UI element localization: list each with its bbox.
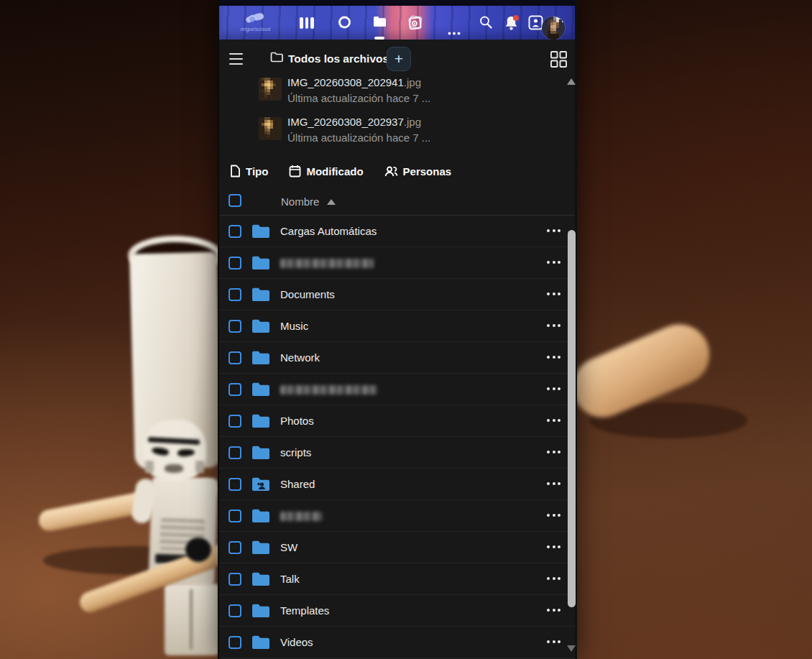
file-name[interactable]: Music xyxy=(280,320,308,332)
avatar-pixelated-photo xyxy=(542,17,565,40)
scrollbar-thumb[interactable] xyxy=(568,230,576,607)
user-avatar[interactable] xyxy=(542,17,565,40)
row-checkbox[interactable] xyxy=(229,320,241,333)
row-checkbox[interactable] xyxy=(229,510,241,522)
table-row[interactable]: SW xyxy=(219,532,575,563)
table-row[interactable]: Cargas Automáticas xyxy=(219,216,575,247)
cloud-logo-icon xyxy=(243,10,267,24)
new-file-button[interactable]: + xyxy=(387,47,411,71)
recent-file-meta: Última actualización hace 7 ... xyxy=(287,132,430,144)
row-checkbox[interactable] xyxy=(229,225,241,238)
folder-icon xyxy=(252,540,270,556)
screenshot-stage: miguelscloud xyxy=(0,0,812,659)
row-actions-button[interactable] xyxy=(547,387,560,390)
folder-icon xyxy=(252,382,270,397)
row-checkbox[interactable] xyxy=(229,573,241,586)
instance-name: miguelscloud xyxy=(241,27,269,32)
search-icon[interactable] xyxy=(479,15,493,32)
row-actions-button[interactable] xyxy=(547,229,560,232)
hamburger-menu-icon[interactable] xyxy=(229,53,243,68)
row-actions-button[interactable] xyxy=(547,261,560,264)
table-row[interactable]: scripts xyxy=(219,437,575,469)
stormtrooper-hand xyxy=(185,538,211,562)
shared-folder-icon xyxy=(252,476,270,492)
stormtrooper-helmet xyxy=(143,420,206,481)
row-actions-button[interactable] xyxy=(547,482,560,485)
breadcrumb[interactable]: Todos los archivos xyxy=(288,52,389,65)
files-icon[interactable] xyxy=(373,16,387,30)
file-name[interactable]: Cargas Automáticas xyxy=(280,225,377,237)
select-all-checkbox[interactable] xyxy=(229,194,241,207)
row-actions-button[interactable] xyxy=(547,356,560,359)
row-checkbox[interactable] xyxy=(229,383,241,396)
filter-modified[interactable]: Modificado xyxy=(289,165,363,178)
file-name[interactable]: Videos xyxy=(280,636,313,648)
row-actions-button[interactable] xyxy=(547,577,560,580)
table-row[interactable]: Network xyxy=(219,342,575,374)
table-row[interactable] xyxy=(219,374,575,405)
name-column-header[interactable]: Nombre xyxy=(281,195,319,208)
image-thumbnail xyxy=(259,78,282,101)
row-actions-button[interactable] xyxy=(547,324,560,327)
row-checkbox[interactable] xyxy=(229,351,241,364)
scrollbar-up-arrow[interactable] xyxy=(567,78,576,85)
row-checkbox[interactable] xyxy=(229,541,241,554)
recent-file-entry[interactable]: IMG_20260308_202937.jpg Última actualiza… xyxy=(219,117,575,155)
redacted-file-name xyxy=(280,385,377,395)
file-name[interactable]: Templates xyxy=(280,604,329,617)
row-actions-button[interactable] xyxy=(547,514,560,517)
talk-icon[interactable] xyxy=(337,15,352,33)
file-name[interactable]: Documents xyxy=(280,288,335,300)
table-row[interactable]: Documents xyxy=(219,279,575,310)
notification-dot xyxy=(513,15,519,21)
row-actions-button[interactable] xyxy=(547,640,560,643)
recent-file-meta: Última actualización hace 7 ... xyxy=(287,92,430,104)
row-checkbox[interactable] xyxy=(229,257,241,269)
calendar-icon xyxy=(289,165,301,178)
row-checkbox[interactable] xyxy=(229,604,241,617)
row-actions-button[interactable] xyxy=(547,451,560,453)
file-name[interactable]: SW xyxy=(280,541,297,553)
file-name[interactable]: Talk xyxy=(280,573,300,585)
table-row[interactable] xyxy=(219,247,575,279)
filter-type[interactable]: Tipo xyxy=(230,165,268,178)
more-apps-icon[interactable] xyxy=(448,25,461,38)
row-checkbox[interactable] xyxy=(229,415,241,428)
table-row[interactable]: Videos xyxy=(219,627,575,658)
filter-people[interactable]: Personas xyxy=(384,165,452,178)
sort-ascending-icon[interactable] xyxy=(327,199,336,205)
recent-file-name[interactable]: IMG_20260308_202941.jpg xyxy=(287,76,421,88)
dashboard-icon[interactable] xyxy=(300,17,314,29)
row-actions-button[interactable] xyxy=(547,292,560,295)
row-actions-button[interactable] xyxy=(547,545,560,548)
row-actions-button[interactable] xyxy=(547,419,560,422)
photos-icon[interactable] xyxy=(407,14,425,35)
nextcloud-logo[interactable]: miguelscloud xyxy=(241,10,269,32)
folder-icon xyxy=(252,318,270,334)
table-row[interactable] xyxy=(219,500,575,532)
row-checkbox[interactable] xyxy=(229,446,241,459)
nextcloud-window: miguelscloud xyxy=(218,0,577,659)
table-row[interactable]: Talk xyxy=(219,563,575,595)
scrollbar-down-arrow[interactable] xyxy=(567,645,576,652)
contacts-icon[interactable] xyxy=(528,15,543,33)
file-name[interactable]: Photos xyxy=(280,415,314,427)
folder-icon xyxy=(252,223,270,239)
row-actions-button[interactable] xyxy=(547,609,560,612)
folder-icon xyxy=(252,635,270,650)
recent-file-name[interactable]: IMG_20260308_202937.jpg xyxy=(287,116,421,128)
file-name[interactable]: Network xyxy=(280,351,320,364)
table-header: Nombre xyxy=(219,188,575,216)
file-extension: .jpg xyxy=(404,76,421,88)
row-checkbox[interactable] xyxy=(229,636,241,649)
row-checkbox[interactable] xyxy=(229,478,241,491)
file-name[interactable]: scripts xyxy=(280,446,311,458)
file-name[interactable]: Shared xyxy=(280,478,315,490)
recent-file-entry[interactable]: IMG_20260308_202941.jpg Última actualiza… xyxy=(219,78,575,115)
table-row[interactable]: Photos xyxy=(219,405,575,437)
table-row[interactable]: Shared xyxy=(219,469,575,500)
grid-view-toggle[interactable] xyxy=(550,50,568,71)
table-row[interactable]: Templates xyxy=(219,595,575,627)
table-row[interactable]: Music xyxy=(219,310,575,342)
row-checkbox[interactable] xyxy=(229,288,241,301)
